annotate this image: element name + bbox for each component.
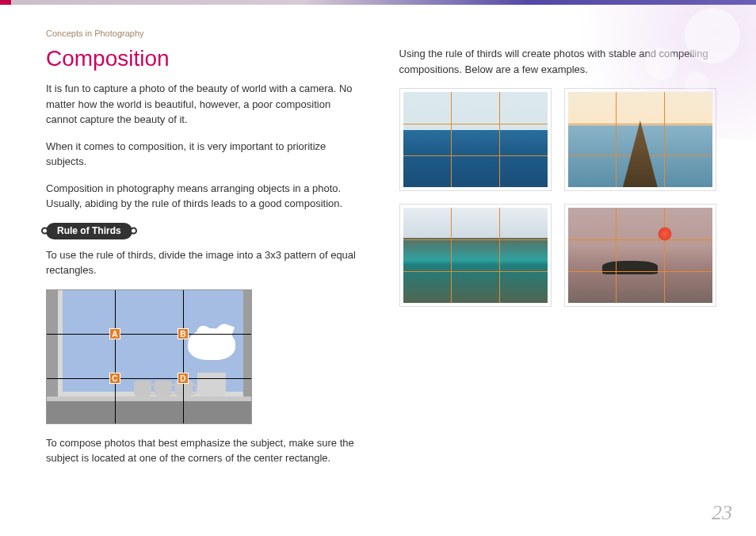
example-photo-rock-coast: [564, 88, 716, 191]
intro-paragraph-3: Composition in photography means arrangi…: [46, 181, 364, 212]
rule-of-thirds-pill: Rule of Thirds: [46, 223, 132, 239]
examples-intro: Using the rule of thirds will create pho…: [399, 46, 717, 77]
example-photo-mountain-lake: [399, 204, 552, 307]
intro-paragraph-1: It is fun to capture a photo of the beau…: [46, 81, 364, 128]
grid-label-c: C: [109, 373, 120, 384]
intro-paragraph-2: When it comes to composition, it is very…: [46, 139, 364, 170]
rule-paragraph-1: To use the rule of thirds, divide the im…: [46, 247, 364, 278]
page-number: 23: [712, 501, 732, 525]
grid-label-a: A: [109, 328, 120, 339]
rule-paragraph-2: To compose photos that best emphasize th…: [46, 435, 364, 466]
page-title: Composition: [46, 46, 364, 71]
breadcrumb: Concepts in Photography: [0, 5, 756, 38]
grid-label-d: D: [178, 373, 189, 384]
left-column: Composition It is fun to capture a photo…: [46, 46, 364, 477]
rule-of-thirds-diagram: A B C D: [46, 289, 252, 424]
right-column: Using the rule of thirds will create pho…: [399, 46, 717, 477]
example-photo-ocean-horizon: [399, 88, 552, 191]
grid-label-b: B: [178, 328, 189, 339]
example-photo-grid: [399, 88, 717, 307]
example-photo-sunset: [564, 204, 716, 307]
